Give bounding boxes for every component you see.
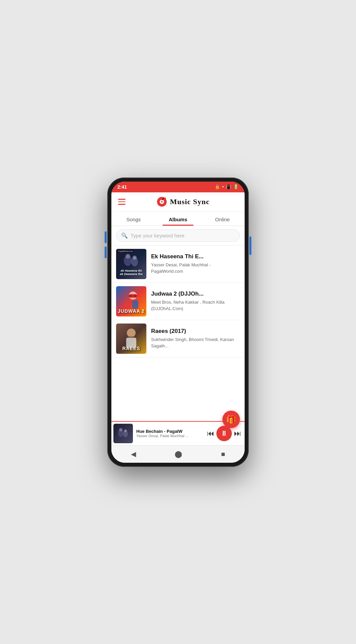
svg-point-8 (133, 256, 137, 260)
prev-button[interactable]: ⏮ (207, 429, 214, 438)
svg-rect-12 (129, 295, 132, 297)
album-art-2: JUDWAA 2 (116, 286, 146, 316)
tab-songs[interactable]: Songs (111, 212, 156, 226)
search-placeholder: Type your keyword here (131, 233, 184, 238)
top-bar: Music Sync (111, 192, 245, 212)
album-art-3: RAEES (116, 324, 146, 354)
svg-point-17 (127, 329, 136, 337)
gift-icon: 🎁 (226, 415, 236, 424)
search-box[interactable]: 🔍 Type your keyword here (116, 229, 240, 242)
svg-point-7 (126, 254, 130, 259)
now-playing-art-image (113, 424, 133, 443)
hamburger-line-2 (118, 201, 126, 202)
power-button[interactable] (249, 236, 251, 255)
tabs-bar: Songs Albums Online (111, 212, 245, 226)
battery-icon: 🔋 (233, 184, 239, 189)
hamburger-line-3 (118, 204, 126, 205)
search-icon: 🔍 (121, 232, 128, 239)
player-controls: ⏮ ⏸ ⏭ (207, 426, 241, 441)
song-item-2[interactable]: JUDWAA 2 Judwaa 2 (DJJOh... Meet Bros, N… (111, 283, 245, 320)
art-text-2: JUDWAA 2 (116, 308, 146, 314)
tab-albums[interactable]: Albums (156, 212, 200, 226)
svg-rect-13 (134, 295, 137, 297)
art-text-1: ek Haseena thiek Deewana tha (116, 269, 146, 276)
gift-fab-button[interactable]: 🎁 (222, 411, 240, 428)
tab-online[interactable]: Online (200, 212, 245, 226)
hamburger-menu[interactable] (117, 197, 127, 206)
art-text-3: RAEES (116, 346, 146, 351)
song-artist-1: Yasser Desai, Palak Muchhal - PagalWorld… (151, 262, 240, 274)
svg-point-2 (161, 201, 163, 203)
svg-rect-15 (132, 300, 138, 309)
song-info-3: Raees (2017) Sukhwinder Singh, Bhoomi Tr… (151, 328, 240, 349)
phone-frame: 2:41 🔒 • 📳 🔋 (107, 178, 249, 467)
status-bar: 2:41 🔒 • 📳 🔋 (111, 182, 245, 192)
app-logo-icon (156, 196, 167, 207)
art-label-1: PagalWorld.com (117, 250, 134, 253)
nav-recent-button[interactable]: ■ (218, 448, 228, 461)
now-playing-artist: Yasser Desai, Palak Muchhal ... (136, 434, 204, 438)
song-info-2: Judwaa 2 (DJJOh... Meet Bros, Neha Kakka… (151, 291, 240, 311)
svg-point-23 (124, 429, 127, 432)
songs-list: PagalWorld.com (111, 245, 245, 421)
album-art-1: PagalWorld.com (116, 249, 146, 279)
dot-indicator: • (222, 184, 224, 189)
next-button[interactable]: ⏭ (234, 429, 241, 438)
status-icons: 🔒 • 📳 🔋 (215, 184, 239, 189)
song-title-3: Raees (2017) (151, 328, 240, 335)
now-playing-art (113, 424, 133, 443)
now-playing-title: Hue Bechain - PagalW (136, 429, 204, 434)
song-artist-2: Meet Bros, Neha Kakkar , Roach Killa (DJ… (151, 299, 240, 311)
hamburger-line-1 (118, 199, 126, 200)
app-title: Music Sync (170, 197, 210, 206)
vibrate-icon: 📳 (226, 184, 231, 189)
nav-home-button[interactable]: ⬤ (172, 447, 185, 461)
song-item-3[interactable]: RAEES Raees (2017) Sukhwinder Singh, Bho… (111, 320, 245, 357)
svg-point-22 (119, 428, 122, 431)
status-time: 2:41 (117, 184, 127, 190)
volume-up-button[interactable] (105, 231, 107, 243)
phone-screen: 2:41 🔒 • 📳 🔋 (111, 182, 245, 463)
nav-bar: ◀ ⬤ ■ (111, 445, 245, 463)
app-title-container: Music Sync (127, 196, 239, 207)
search-container: 🔍 Type your keyword here (111, 226, 245, 245)
song-info-1: Ek Haseena Thi E... Yasser Desai, Palak … (151, 253, 240, 274)
now-playing-info: Hue Bechain - PagalW Yasser Desai, Palak… (136, 429, 204, 438)
nav-back-button[interactable]: ◀ (128, 447, 139, 461)
song-item-1[interactable]: PagalWorld.com (111, 245, 245, 283)
song-title-1: Ek Haseena Thi E... (151, 253, 240, 260)
song-title-2: Judwaa 2 (DJJOh... (151, 291, 240, 297)
lock-icon: 🔒 (215, 184, 220, 189)
song-artist-3: Sukhwinder Singh, Bhoomi Trivedi, Karsan… (151, 337, 240, 349)
volume-down-button[interactable] (105, 247, 107, 258)
